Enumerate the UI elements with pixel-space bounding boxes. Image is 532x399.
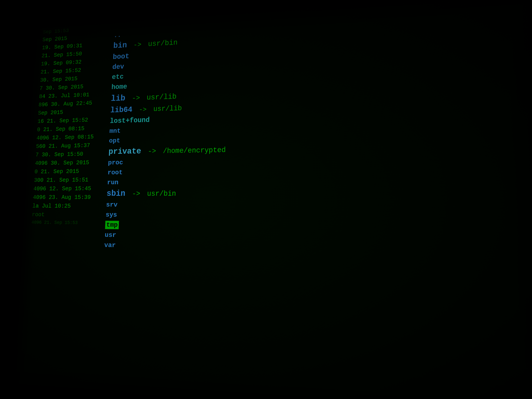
filename: bin xyxy=(113,41,127,50)
left-line: 0 21. Sep 2015 xyxy=(34,167,112,176)
dir-entry: srv xyxy=(106,200,427,211)
filename: home xyxy=(111,83,127,91)
terminal-content: Sep 15:53 Sep 2015 19. Sep 09:31 21. Sep… xyxy=(12,0,532,399)
right-panel: .. bin -> usr/bin boot dev etc home xyxy=(93,5,436,399)
filename: mnt xyxy=(109,127,121,135)
left-line: root xyxy=(32,210,109,219)
filename: .. xyxy=(114,32,121,39)
filename: sys xyxy=(106,211,117,219)
symlink-arrow: -> xyxy=(148,147,156,155)
left-line: 7 30. Sep 15:50 xyxy=(35,149,112,159)
left-line: 4096 12. Sep 15:45 xyxy=(33,184,111,193)
symlink-target: usr/bin xyxy=(147,190,176,198)
left-line: 300 21. Sep 15:51 xyxy=(34,176,111,185)
filename: root xyxy=(108,169,123,176)
filename: lib64 xyxy=(110,105,132,114)
filename: opt xyxy=(109,137,120,145)
filename: lib xyxy=(111,94,126,103)
filename: run xyxy=(107,179,119,186)
left-line: 4096 21. Sep 15:53 xyxy=(31,219,109,227)
symlink-target: usr/lib xyxy=(146,93,177,102)
symlink-target: usr/bin xyxy=(148,38,178,48)
left-line: 4096 23. Aug 15:39 xyxy=(33,193,110,202)
left-line: 4096 30. Sep 2015 xyxy=(35,158,112,168)
symlink-arrow: -> xyxy=(133,41,141,49)
filename: proc xyxy=(108,159,123,166)
filename: lost+found xyxy=(110,116,150,125)
symlink-target: /home/encrypted xyxy=(163,146,226,155)
filename: tmp xyxy=(105,221,119,229)
filename: srv xyxy=(106,201,118,209)
filename: boot xyxy=(113,52,129,61)
filename: etc xyxy=(112,73,124,81)
terminal-screen: Sep 15:53 Sep 2015 19. Sep 09:31 21. Sep… xyxy=(12,0,532,399)
left-line: la Jul 10:25 xyxy=(32,202,110,211)
left-line: 560 21. Aug 15:37 xyxy=(36,141,113,151)
symlink-target: usr/lib xyxy=(153,104,182,113)
filename: usr xyxy=(105,231,116,239)
filename: private xyxy=(108,146,141,156)
symlink-arrow: -> xyxy=(132,94,140,102)
filename: sbin xyxy=(106,189,126,198)
symlink-arrow: -> xyxy=(139,106,147,114)
symlink-arrow: -> xyxy=(132,190,140,198)
dir-entry: sbin -> usr/bin xyxy=(106,186,427,200)
filename: dev xyxy=(112,63,124,71)
filename: var xyxy=(104,241,116,249)
